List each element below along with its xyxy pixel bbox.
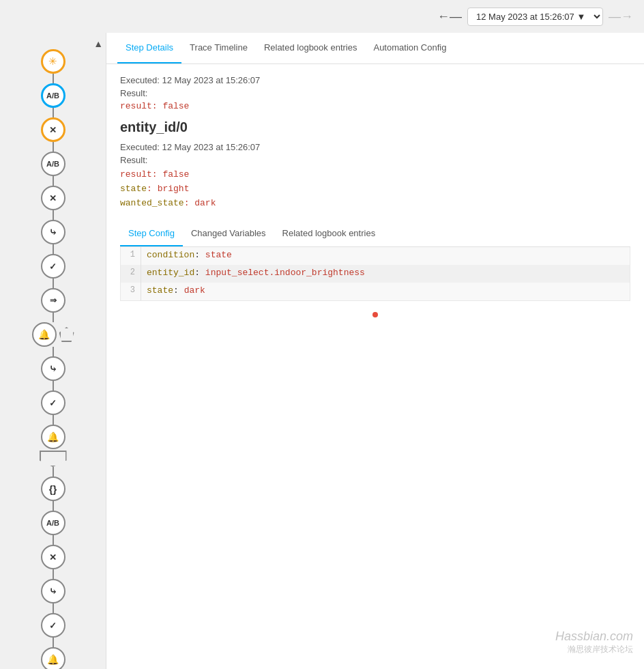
node-fork3[interactable]: ⤷ <box>41 579 65 603</box>
connector <box>53 501 54 511</box>
connector <box>53 603 54 613</box>
tab-trace-timeline[interactable]: Trace Timeline <box>181 33 256 63</box>
code-line-2: 2 entity_id: input_select.indoor_brightn… <box>121 265 630 283</box>
node-cross3[interactable]: ✕ <box>41 545 65 569</box>
sub-tab-changed-variables[interactable]: Changed Variables <box>183 221 274 246</box>
connector <box>53 347 54 356</box>
node-ab[interactable]: A/B <box>41 83 65 108</box>
result-line-3: wanted_state: dark <box>120 197 630 211</box>
node-fork3-wrapper: ⤷ <box>41 579 65 613</box>
prev-arrow-icon[interactable]: ←— <box>437 10 462 24</box>
connector <box>53 415 54 425</box>
connector <box>53 176 54 186</box>
collapse-button[interactable]: ▲ <box>93 38 103 49</box>
result-value-1: result: false <box>120 101 630 111</box>
node-ab2-wrapper: A/B <box>41 152 65 186</box>
sub-tabs-bar: Step Config Changed Variables Related lo… <box>120 221 630 247</box>
node-darrow[interactable]: ⇒ <box>41 288 65 313</box>
connector <box>53 381 54 390</box>
result-line-1: result: false <box>120 168 630 182</box>
node-check3-wrapper: ✓ <box>41 613 65 647</box>
node-trigger-wrapper: ✳ <box>41 49 65 83</box>
node-bell1-wrapper: 🔔 <box>32 322 74 356</box>
line-content-2: entity_id: input_select.indoor_brightnes… <box>141 265 370 283</box>
connector <box>53 467 54 476</box>
connector <box>53 142 54 152</box>
sub-tab-related-logbook-sub[interactable]: Related logbook entries <box>274 221 384 246</box>
sub-tab-step-config[interactable]: Step Config <box>120 221 183 246</box>
line-content-1: condition: state <box>141 247 237 265</box>
code-line-1: 1 condition: state <box>121 247 630 265</box>
watermark: Hassbian.com 瀚思彼岸技术论坛 <box>555 629 633 655</box>
node-fork2-wrapper: ⤷ <box>41 356 65 390</box>
node-fork2[interactable]: ⤷ <box>41 356 65 381</box>
node-ab2[interactable]: A/B <box>41 152 65 176</box>
result-code-block: result: false state: bright wanted_state… <box>120 168 630 210</box>
dot-indicator <box>120 312 630 317</box>
shape-chevron <box>40 451 67 467</box>
line-number-3: 3 <box>121 283 141 300</box>
connector <box>53 638 54 647</box>
result-label-2: Result: <box>120 155 630 165</box>
node-check2[interactable]: ✓ <box>41 390 65 415</box>
node-cross1[interactable]: ✕ <box>41 117 65 142</box>
shape-pentagon-side <box>59 327 74 342</box>
line-number-2: 2 <box>121 265 141 283</box>
node-cross2[interactable]: ✕ <box>41 186 65 210</box>
connector <box>53 210 54 220</box>
node-cross3-wrapper: ✕ <box>41 545 65 579</box>
step-details-content: Executed: 12 May 2023 at 15:26:07 Result… <box>106 64 644 339</box>
executed-text-2: Executed: 12 May 2023 at 15:26:07 <box>120 142 630 152</box>
pipeline: ✳ A/B ✕ A/B ✕ <box>32 49 74 669</box>
tab-step-details[interactable]: Step Details <box>117 33 181 63</box>
sidebar-pipeline: ▲ ✳ A/B ✕ A/B ✕ <box>0 33 106 669</box>
main-layout: ▲ ✳ A/B ✕ A/B ✕ <box>0 33 644 669</box>
node-darrow-wrapper: ⇒ <box>41 288 65 322</box>
node-bell3[interactable]: 🔔 <box>41 647 65 669</box>
node-ab3[interactable]: A/B <box>41 511 65 535</box>
code-editor: 1 condition: state 2 entity_id: input_se… <box>120 247 630 301</box>
node-check1[interactable]: ✓ <box>41 254 65 279</box>
node-trigger[interactable]: ✳ <box>41 49 65 74</box>
node-bell1[interactable]: 🔔 <box>32 322 57 347</box>
node-cross2-wrapper: ✕ <box>41 186 65 220</box>
connector <box>53 244 54 254</box>
connector <box>53 569 54 579</box>
content-panel: Step Details Trace Timeline Related logb… <box>106 33 644 669</box>
node-ab-wrapper: A/B <box>41 83 65 117</box>
node-bell2-wrapper: 🔔 <box>40 425 67 476</box>
datetime-select[interactable]: 12 May 2023 at 15:26:07 ▼ <box>467 8 603 26</box>
node-check1-wrapper: ✓ <box>41 254 65 288</box>
node-ab3-wrapper: A/B <box>41 511 65 545</box>
node-curly-wrapper: {} <box>41 476 65 511</box>
status-dot <box>372 312 378 317</box>
main-tabs-bar: Step Details Trace Timeline Related logb… <box>106 33 644 64</box>
top-bar: ←— 12 May 2023 at 15:26:07 ▼ —→ <box>0 0 644 33</box>
code-line-3: 3 state: dark <box>121 283 630 300</box>
tab-automation-config[interactable]: Automation Config <box>365 33 454 63</box>
connector <box>53 535 54 545</box>
executed-text-1: Executed: 12 May 2023 at 15:26:07 <box>120 75 630 85</box>
node-fork1-wrapper: ⤷ <box>41 220 65 254</box>
node-curly[interactable]: {} <box>41 476 65 501</box>
node-check3[interactable]: ✓ <box>41 613 65 638</box>
next-arrow-icon: —→ <box>609 10 633 24</box>
node-fork1[interactable]: ⤷ <box>41 220 65 244</box>
line-content-3: state: dark <box>141 283 211 300</box>
node-bell3-wrapper: 🔔 <box>41 647 65 669</box>
tab-related-logbook[interactable]: Related logbook entries <box>256 33 366 63</box>
result-label-1: Result: <box>120 88 630 98</box>
node-bell2[interactable]: 🔔 <box>41 425 65 449</box>
connector <box>53 108 54 117</box>
node-check2-wrapper: ✓ <box>41 390 65 425</box>
connector <box>53 313 54 322</box>
line-number-1: 1 <box>121 247 141 265</box>
connector <box>53 279 54 288</box>
connector <box>53 74 54 83</box>
node-cross1-wrapper: ✕ <box>41 117 65 152</box>
section-title: entity_id/0 <box>120 119 630 135</box>
result-line-2: state: bright <box>120 182 630 197</box>
